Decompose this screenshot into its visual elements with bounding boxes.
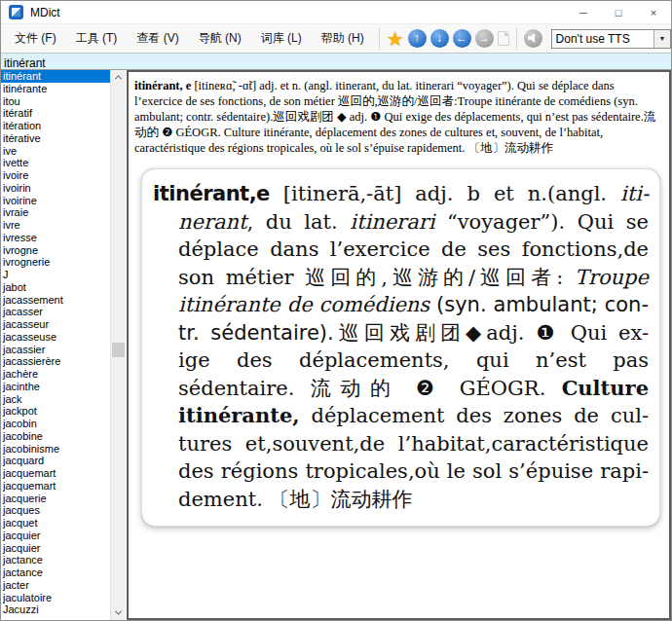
- scan-line: itinérante de comédiens (syn. ambulant; …: [153, 291, 649, 319]
- back-button[interactable]: ←: [453, 29, 471, 48]
- scrollbar-up-button[interactable]: [111, 70, 126, 85]
- close-button[interactable]: ×: [636, 1, 671, 23]
- list-item[interactable]: jacobin: [1, 418, 111, 430]
- scan-text-segment: “voyager”). Qui se: [434, 210, 649, 234]
- list-item[interactable]: itérative: [1, 132, 111, 145]
- forward-button-disabled[interactable]: →: [475, 29, 494, 48]
- scan-text-segment: nerant: [178, 210, 246, 234]
- list-item[interactable]: jacquier: [1, 542, 111, 555]
- scan-line: nerant, du lat. itinerari “voyager”). Qu…: [153, 208, 649, 237]
- list-item[interactable]: jacquemart: [1, 467, 111, 480]
- search-bar: [1, 53, 671, 70]
- list-item[interactable]: jack: [1, 393, 111, 406]
- list-item[interactable]: itou: [1, 95, 111, 108]
- scrollbar-thumb[interactable]: [112, 343, 125, 357]
- list-item[interactable]: jactance: [1, 554, 111, 566]
- list-item[interactable]: jackpot: [1, 405, 111, 418]
- definition-panel: itinérant, e [itineʀɑ̃, -ɑ̃t] adj. et n.…: [127, 70, 671, 620]
- list-item[interactable]: jacter: [1, 579, 111, 592]
- list-item[interactable]: ivette: [1, 157, 111, 169]
- arrow-down-icon: ↓: [430, 29, 449, 48]
- list-item[interactable]: jachère: [1, 368, 111, 381]
- list-item[interactable]: jacquet: [1, 517, 111, 530]
- list-item[interactable]: itération: [1, 120, 111, 132]
- list-item[interactable]: ivrogne: [1, 244, 111, 257]
- favorites-button[interactable]: ★: [387, 29, 404, 49]
- list-item[interactable]: jacassement: [1, 294, 111, 307]
- maximize-button[interactable]: □: [601, 1, 636, 23]
- scan-line: tr. sédentaire).巡回戏剧团◆adj. ❶ Qui ex-: [153, 319, 649, 347]
- scan-text-segment: itinérante,: [178, 403, 300, 427]
- scan-line: itinérante, déplacement des zones de cul…: [153, 402, 649, 430]
- tts-select[interactable]: Don't use TTS ▼: [551, 29, 671, 49]
- titlebar: MDict ─ □ ×: [1, 1, 671, 24]
- list-item[interactable]: jacasser: [1, 306, 111, 318]
- next-entry-button[interactable]: ↓: [430, 29, 449, 48]
- chevron-up-icon: [115, 75, 122, 82]
- list-item[interactable]: jactance: [1, 566, 111, 579]
- scan-text-segment: tures et,souvent,de l’habitat,caractéris…: [178, 432, 649, 456]
- scrollbar-down-button[interactable]: [111, 605, 126, 620]
- list-item[interactable]: jacassierère: [1, 355, 111, 368]
- scan-text-segment: dement. 〔地〕流动耕作: [178, 488, 413, 511]
- scan-line: tures et,souvent,de l’habitat,caractéris…: [153, 430, 649, 458]
- minimize-button[interactable]: ─: [566, 1, 601, 23]
- list-item[interactable]: jacques: [1, 504, 111, 517]
- list-item[interactable]: ivrognerie: [1, 256, 111, 269]
- menu-toolbar-row: 文件 (F)工具 (T)查看 (V)导航 (N)词库 (L)帮助 (H) ★ ↑…: [1, 24, 671, 53]
- scan-line: des régions tropicales,où le sol s’épuis…: [153, 457, 649, 486]
- list-item[interactable]: J: [1, 269, 111, 281]
- search-input[interactable]: [1, 55, 671, 71]
- list-item[interactable]: itinérant: [1, 70, 111, 83]
- list-item[interactable]: jabot: [1, 281, 111, 294]
- wordlist-panel: itinérantitinéranteitouitératifitération…: [1, 70, 127, 620]
- scan-text-segment: itinérante de comédiens: [178, 293, 429, 316]
- list-item[interactable]: jacobinisme: [1, 443, 111, 456]
- list-item[interactable]: jacquier: [1, 530, 111, 542]
- scan-text-segment: ige des déplacements, qui n’est pas: [178, 348, 649, 372]
- list-item[interactable]: jacassier: [1, 344, 111, 356]
- scan-line: sédentaire. 流动的 ❷ GÉOGR. Culture: [153, 375, 649, 403]
- speaker-icon: [528, 33, 539, 43]
- list-item[interactable]: jacquemart: [1, 480, 111, 493]
- combo-dropdown-button[interactable]: ▼: [653, 30, 670, 48]
- list-item[interactable]: ivre: [1, 219, 111, 232]
- menu-item[interactable]: 导航 (N): [189, 30, 251, 47]
- previous-entry-button[interactable]: ↑: [408, 29, 427, 48]
- list-item[interactable]: jacasseur: [1, 318, 111, 331]
- list-item[interactable]: ive: [1, 145, 111, 158]
- list-item[interactable]: jacinthe: [1, 381, 111, 393]
- menu-item[interactable]: 查看 (V): [127, 30, 188, 47]
- list-item[interactable]: jacquard: [1, 455, 111, 467]
- menu-item[interactable]: 词库 (L): [251, 30, 312, 47]
- star-icon: ★: [387, 29, 404, 49]
- list-item[interactable]: jacquerie: [1, 493, 111, 505]
- menu-item[interactable]: 帮助 (H): [312, 30, 374, 47]
- scan-line: déplace dans l’exercice de ses fonctions…: [153, 236, 649, 264]
- list-item[interactable]: Jacuzzi: [1, 603, 111, 616]
- list-item[interactable]: ivraie: [1, 206, 111, 219]
- list-item[interactable]: itinérante: [1, 83, 111, 95]
- copy-button-disabled[interactable]: [498, 31, 509, 46]
- page-icon: [498, 31, 509, 46]
- scan-line: itinérant,e [itinerā,-āt] adj. b et n.(a…: [153, 180, 649, 208]
- list-item[interactable]: ivresse: [1, 232, 111, 244]
- scan-text-segment: tr. sédentaire).: [178, 321, 334, 345]
- menu-item[interactable]: 工具 (T): [66, 30, 128, 47]
- list-item[interactable]: ivoire: [1, 169, 111, 182]
- list-item[interactable]: jacasseuse: [1, 331, 111, 344]
- mdict-window: MDict ─ □ × 文件 (F)工具 (T)查看 (V)导航 (N)词库 (…: [0, 0, 672, 621]
- list-item[interactable]: itératif: [1, 107, 111, 120]
- scan-text-segment: itinerari: [350, 210, 434, 234]
- definition-body: [itineʀɑ̃, -ɑ̃t] adj. et n. (angl. itine…: [134, 79, 655, 155]
- list-item[interactable]: jaculatoire: [1, 592, 111, 604]
- scan-text-segment: 巡回戏剧团◆adj. ❶ Qui ex-: [334, 321, 649, 345]
- speaker-button-disabled[interactable]: [524, 29, 542, 48]
- menu-item[interactable]: 文件 (F): [5, 30, 66, 47]
- window-controls: ─ □ ×: [566, 1, 671, 23]
- list-item[interactable]: ivoirin: [1, 182, 111, 195]
- toolbar-separator: [516, 28, 517, 49]
- wordlist-scrollbar[interactable]: [110, 70, 126, 620]
- list-item[interactable]: ivoirine: [1, 195, 111, 207]
- list-item[interactable]: jacobine: [1, 430, 111, 443]
